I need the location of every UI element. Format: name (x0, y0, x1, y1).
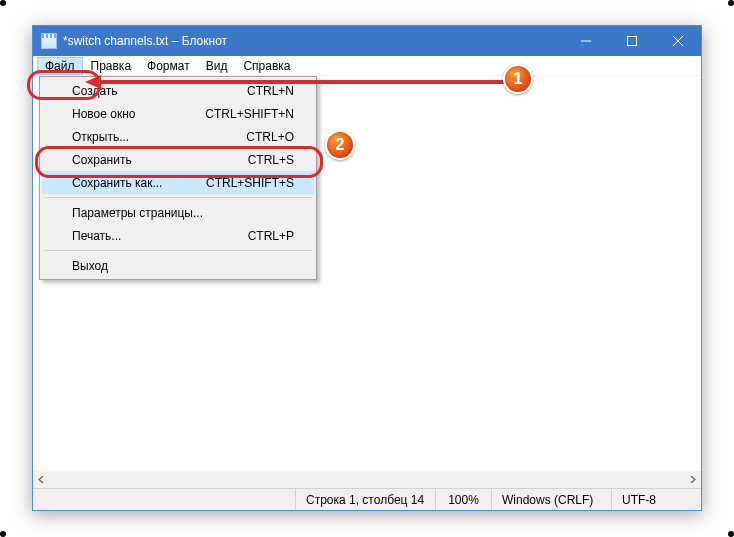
notepad-window: *switch channels.txt – Блокнот Файл Прав… (32, 25, 702, 511)
menu-label: Параметры страницы... (72, 206, 203, 220)
menu-label: Печать... (72, 229, 121, 243)
menu-help[interactable]: Справка (235, 57, 298, 75)
close-button[interactable] (655, 26, 701, 56)
menubar: Файл Правка Формат Вид Справка (33, 56, 701, 76)
menu-shortcut: CTRL+SHIFT+S (206, 176, 294, 190)
status-line-ending: Windows (CRLF) (491, 489, 611, 510)
annotation-badge-1: 1 (503, 64, 533, 94)
annotation-badge-2: 2 (325, 130, 355, 160)
menu-item-print[interactable]: Печать... CTRL+P (42, 224, 314, 247)
svg-rect-0 (628, 37, 637, 46)
menu-file[interactable]: Файл (37, 57, 83, 75)
minimize-button[interactable] (563, 26, 609, 56)
scroll-right-icon[interactable] (684, 471, 701, 488)
menu-item-new-window[interactable]: Новое окно CTRL+SHIFT+N (42, 102, 314, 125)
horizontal-scrollbar[interactable] (33, 471, 701, 488)
status-encoding: UTF-8 (611, 489, 701, 510)
window-title: *switch channels.txt – Блокнот (63, 34, 227, 48)
status-zoom: 100% (435, 489, 491, 510)
menu-separator (44, 197, 312, 198)
scroll-left-icon[interactable] (33, 471, 50, 488)
corner-dot (0, 531, 6, 537)
notepad-icon (41, 33, 57, 49)
menu-label: Новое окно (72, 107, 136, 121)
corner-dot (728, 0, 734, 6)
maximize-button[interactable] (609, 26, 655, 56)
statusbar: Строка 1, столбец 14 100% Windows (CRLF)… (33, 488, 701, 510)
corner-dot (0, 0, 6, 6)
status-empty (33, 489, 295, 510)
file-menu-dropdown: Создать CTRL+N Новое окно CTRL+SHIFT+N О… (39, 76, 317, 280)
menu-item-new[interactable]: Создать CTRL+N (42, 79, 314, 102)
menu-item-exit[interactable]: Выход (42, 254, 314, 277)
annotation-arrow-head-icon (85, 75, 101, 89)
menu-label: Сохранить (72, 153, 132, 167)
menu-shortcut: CTRL+S (248, 153, 294, 167)
menu-item-save[interactable]: Сохранить CTRL+S (42, 148, 314, 171)
menu-item-open[interactable]: Открыть... CTRL+O (42, 125, 314, 148)
menu-edit[interactable]: Правка (83, 57, 140, 75)
menu-item-save-as[interactable]: Сохранить как... CTRL+SHIFT+S (42, 171, 314, 194)
corner-dot (728, 531, 734, 537)
menu-format[interactable]: Формат (139, 57, 198, 75)
status-position: Строка 1, столбец 14 (295, 489, 435, 510)
menu-shortcut: CTRL+SHIFT+N (205, 107, 294, 121)
menu-separator (44, 250, 312, 251)
menu-view[interactable]: Вид (198, 57, 236, 75)
menu-shortcut: CTRL+P (248, 229, 294, 243)
menu-item-page-setup[interactable]: Параметры страницы... (42, 201, 314, 224)
menu-label: Открыть... (72, 130, 129, 144)
titlebar[interactable]: *switch channels.txt – Блокнот (33, 26, 701, 56)
menu-shortcut: CTRL+N (247, 84, 294, 98)
menu-label: Выход (72, 259, 108, 273)
menu-shortcut: CTRL+O (246, 130, 294, 144)
menu-label: Сохранить как... (72, 176, 162, 190)
